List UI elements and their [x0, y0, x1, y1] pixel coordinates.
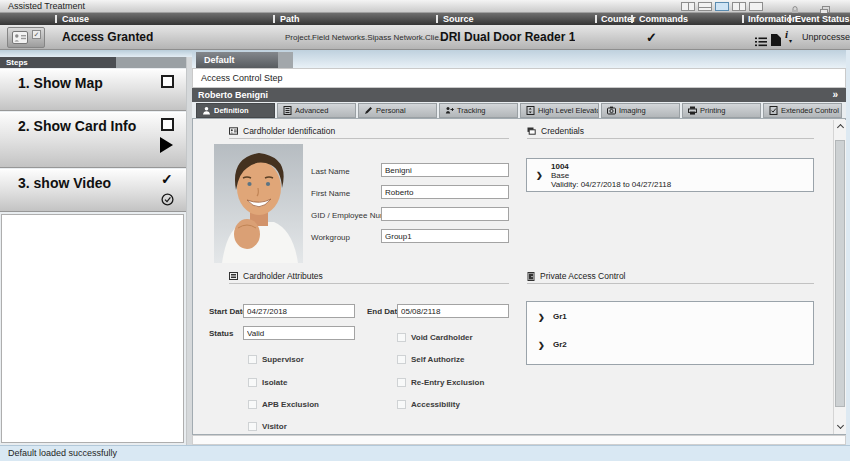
vertical-scrollbar[interactable] — [833, 120, 846, 434]
tab-tracking[interactable]: Tracking — [439, 103, 518, 118]
credential-validity: Validity: 04/27/2018 to 04/27/2118 — [551, 180, 671, 189]
gid-employee-number-input[interactable] — [381, 207, 509, 221]
column-commands: Commands — [639, 13, 688, 25]
tab-printing[interactable]: Printing — [682, 103, 761, 118]
tab-high-level-elevator[interactable]: High Level Elevator — [520, 103, 599, 118]
layout-full-icon[interactable] — [749, 2, 763, 11]
layout-two-rows-icon[interactable] — [698, 2, 712, 11]
scroll-up-button[interactable] — [834, 120, 847, 133]
step-item-show-map[interactable]: 1. Show Map — [0, 69, 186, 111]
tab-label: Printing — [700, 106, 725, 115]
step-item-show-card-info[interactable]: 2. Show Card Info — [0, 112, 186, 168]
start-date-input[interactable] — [243, 304, 355, 318]
tab-imaging[interactable]: Imaging — [601, 103, 680, 118]
section-cardholder-attributes: Cardholder Attributes — [229, 271, 323, 281]
group-label: Gr2 — [553, 338, 567, 352]
tab-advanced[interactable]: Advanced — [277, 103, 356, 118]
badge-icon — [229, 127, 238, 135]
credential-item[interactable]: ❯ 1004 Base Validity: 04/27/2018 to 04/2… — [526, 158, 814, 192]
column-cause: Cause — [62, 13, 89, 25]
step-checkbox[interactable] — [161, 75, 174, 88]
assisted-treatment-window: Assisted Treatment Cause Path Source Cou… — [0, 0, 850, 461]
card-icon — [527, 127, 536, 135]
badge-check-overlay-icon: ✓ — [32, 30, 41, 39]
main-bottom-strip — [192, 435, 846, 445]
status-input[interactable] — [243, 326, 355, 340]
status-label: Status — [209, 327, 233, 340]
layout-split-icon[interactable] — [732, 2, 746, 11]
section-title: Cardholder Attributes — [243, 271, 323, 281]
isolate-checkbox[interactable] — [248, 378, 257, 387]
step-label: 1. Show Map — [18, 75, 103, 91]
commands-check-icon: ✓ — [646, 25, 657, 50]
divider — [436, 15, 438, 23]
section-cardholder-identification: Cardholder Identification — [229, 126, 335, 136]
self-authorize-checkbox[interactable] — [397, 355, 406, 364]
accessibility-checkbox[interactable] — [397, 400, 406, 409]
event-document-icon[interactable] — [771, 32, 781, 50]
current-step-arrow-icon — [160, 137, 173, 153]
apb-exclusion-checkbox[interactable] — [248, 400, 257, 409]
event-list-icon[interactable] — [755, 33, 767, 51]
pen-icon — [364, 106, 373, 115]
divider — [55, 15, 57, 23]
expand-chevrons[interactable]: » — [832, 88, 838, 102]
group-item-gr2[interactable]: ❯ Gr2 — [527, 338, 813, 352]
tab-default[interactable]: Default — [196, 52, 278, 68]
field-label-workgroup: Workgroup — [311, 231, 350, 244]
tab-personal[interactable]: Personal — [358, 103, 437, 118]
event-information-icon[interactable]: i — [785, 28, 788, 40]
section-divider — [229, 138, 509, 139]
credential-profile: Base — [551, 171, 671, 180]
badge-card-icon — [12, 31, 30, 45]
private-access-groups: ❯ Gr1 ❯ Gr2 — [526, 301, 814, 365]
event-cause: Access Granted — [62, 25, 153, 50]
re-entry-exclusion-checkbox[interactable] — [397, 378, 406, 387]
steps-panel-title: Steps — [0, 57, 116, 68]
form-icon — [283, 106, 292, 115]
section-divider — [527, 283, 814, 284]
tab-extended-control[interactable]: Extended Control — [763, 103, 842, 118]
tab-label: Personal — [376, 106, 406, 115]
void-cardholder-checkbox[interactable] — [397, 333, 406, 342]
tab-label: Advanced — [295, 106, 328, 115]
layout-two-columns-icon[interactable] — [681, 2, 695, 11]
attributes-icon — [229, 272, 238, 280]
event-status-value: Unprocessed — [802, 25, 850, 50]
step-label: 2. Show Card Info — [18, 118, 136, 134]
visitor-checkbox[interactable] — [248, 422, 257, 431]
detail-tabs: Definition Advanced Personal Tracking Hi… — [192, 103, 846, 118]
page-check-icon — [769, 106, 778, 115]
steps-panel-tab[interactable]: Steps — [0, 57, 116, 68]
expander-chevron-icon[interactable]: ❯ — [536, 171, 543, 180]
scrollbar-thumb[interactable] — [835, 140, 845, 407]
column-path: Path — [280, 13, 300, 25]
supervisor-checkbox[interactable] — [248, 355, 257, 364]
cardholder-badge-button[interactable]: ✓ — [7, 27, 45, 48]
expander-chevron-icon[interactable]: ❯ — [538, 341, 545, 350]
re-entry-exclusion-label: Re-Entry Exclusion — [411, 378, 484, 388]
event-source: DRI Dual Door Reader 1 — [440, 25, 575, 50]
scroll-down-button[interactable] — [834, 421, 847, 434]
end-date-input[interactable] — [397, 304, 509, 318]
group-item-gr1[interactable]: ❯ Gr1 — [527, 310, 813, 324]
workgroup-input[interactable] — [381, 229, 509, 243]
first-name-input[interactable] — [381, 185, 509, 199]
last-name-input[interactable] — [381, 163, 509, 177]
step-title: Access Control Step — [193, 69, 845, 87]
information-dropdown-caret-icon[interactable]: ▾ — [789, 37, 792, 44]
section-title: Private Access Control — [540, 271, 626, 281]
steps-empty-area — [1, 214, 184, 443]
step-item-show-video[interactable]: 3. show Video ✓ — [0, 169, 186, 212]
divider — [273, 15, 275, 23]
column-event-status: Event Status — [795, 13, 850, 25]
section-divider — [229, 283, 509, 284]
divider — [631, 15, 633, 23]
credential-details: 1004 Base Validity: 04/27/2018 to 04/27/… — [551, 162, 671, 189]
step-checkbox[interactable] — [161, 118, 174, 131]
layout-single-active-icon[interactable] — [715, 2, 729, 11]
tab-definition[interactable]: Definition — [196, 103, 275, 118]
status-bar: Default loaded successfully — [0, 445, 850, 461]
tab-default-label: Default — [196, 52, 278, 68]
expander-chevron-icon[interactable]: ❯ — [538, 313, 545, 322]
